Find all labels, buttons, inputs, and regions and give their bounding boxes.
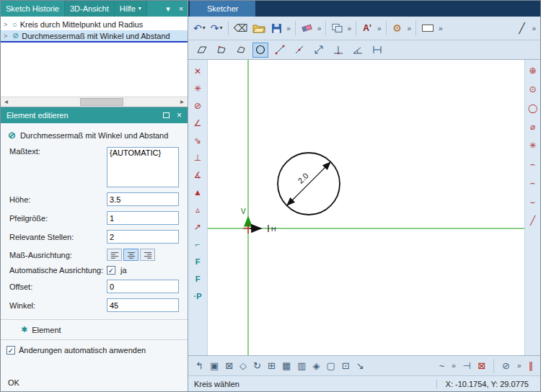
delete-button[interactable]: ⌫ — [232, 19, 250, 37]
constraint-tool[interactable]: ⊣ — [463, 360, 471, 371]
tool-stretch-button[interactable] — [311, 43, 327, 58]
copy-button[interactable] — [330, 19, 344, 37]
tool-perpendicular-button[interactable] — [330, 43, 346, 58]
history-item-circle[interactable]: > ○ Kreis durch Mittelpunkt und Radius — [1, 18, 188, 30]
arc-tool-8[interactable]: ⌣ — [526, 195, 540, 208]
tool-line-button[interactable] — [272, 43, 288, 58]
open-button[interactable] — [251, 19, 267, 37]
history-item-diameter-dim[interactable]: > ⊘ Durchmessermaß mit Winkel und Abstan… — [1, 30, 188, 43]
snap-tool-5[interactable]: ⇘ — [190, 133, 205, 148]
transform-tool-6[interactable]: ⊞ — [268, 360, 276, 371]
arc-tool-6[interactable]: ⌢ — [526, 158, 540, 171]
transform-tool-5[interactable]: ↻ — [253, 360, 261, 371]
tool-dimension-button[interactable] — [369, 43, 385, 58]
undo-button[interactable]: ↶ ▾ — [192, 19, 207, 37]
tab-sketch-historie[interactable]: Sketch Historie — [1, 1, 65, 17]
transform-tool-7[interactable]: ▦ — [282, 360, 291, 371]
snap-tool-4[interactable]: ∠ — [190, 115, 205, 130]
overflow-chevron[interactable]: » — [346, 24, 352, 32]
expander-icon[interactable]: > — [4, 21, 9, 28]
element-button[interactable]: ✱ Element — [1, 319, 188, 340]
tool-quad-button[interactable] — [214, 43, 229, 58]
overflow-chevron[interactable]: » — [377, 24, 382, 32]
arc-tool-5[interactable]: ✳ — [526, 139, 540, 152]
close-icon[interactable]: × — [177, 110, 182, 120]
tool-parallelogram-button[interactable] — [194, 43, 210, 58]
offset-input[interactable] — [107, 280, 179, 293]
eraser-button[interactable] — [299, 19, 315, 37]
align-left-button[interactable] — [107, 249, 122, 261]
expander-icon[interactable]: > — [4, 32, 9, 40]
snap-tool-2[interactable]: ✳ — [190, 81, 205, 96]
horizontal-scrollbar[interactable]: ◄ ► — [1, 97, 188, 107]
scroll-right-icon[interactable]: ► — [177, 97, 188, 107]
snap-tool-13[interactable]: F — [190, 271, 205, 286]
masstext-input[interactable]: {AUTOMATIC} — [107, 147, 179, 187]
transform-tool-10[interactable]: ▢ — [327, 360, 335, 371]
scroll-left-icon[interactable]: ◄ — [1, 97, 12, 107]
sketch-canvas[interactable]: V H 2.0 — [208, 60, 524, 355]
save-button[interactable] — [269, 19, 283, 37]
tab-sketcher[interactable]: Sketcher — [190, 1, 255, 17]
spline-tool[interactable]: ~ — [439, 360, 445, 371]
snap-tool-10[interactable]: ↗ — [190, 219, 205, 234]
transform-tool-3[interactable]: ⊠ — [225, 360, 233, 371]
snap-tool-1[interactable]: ✕ — [190, 63, 205, 79]
close-icon[interactable]: × — [175, 1, 188, 17]
arc-tool-1[interactable]: ⊕ — [526, 64, 540, 77]
line-style-button[interactable]: ╱ — [514, 19, 529, 37]
text-style-button[interactable]: A' — [360, 19, 374, 37]
overflow-chevron[interactable]: » — [516, 362, 522, 370]
delete-constraint-tool[interactable]: ⊠ — [478, 360, 485, 371]
tab-3d-ansicht[interactable]: 3D-Ansicht — [65, 1, 115, 17]
snap-tool-8[interactable]: ▲ — [190, 184, 205, 200]
overflow-chevron[interactable]: » — [438, 24, 444, 32]
auto-apply-checkbox[interactable]: ✓ — [6, 346, 15, 355]
snap-tool-7[interactable]: ∡ — [190, 167, 205, 182]
transform-tool-8[interactable]: ▥ — [297, 360, 306, 371]
scrollbar-thumb[interactable] — [80, 98, 123, 106]
snap-tool-11[interactable]: ⌐ — [190, 236, 205, 251]
transform-tool-9[interactable]: ◈ — [313, 360, 320, 371]
arc-tool-4[interactable]: ⌀ — [526, 120, 540, 133]
snap-tool-6[interactable]: ⊥ — [190, 150, 205, 165]
rectangle-select-button[interactable] — [420, 19, 436, 37]
diameter-dimension-line[interactable] — [287, 162, 330, 205]
overflow-chevron[interactable]: » — [317, 24, 322, 32]
snap-tool-12[interactable]: F — [190, 254, 205, 269]
arc-tool-7[interactable]: ⌢ — [526, 177, 540, 190]
scrollbar-track[interactable] — [12, 97, 177, 107]
tool-angle-button[interactable] — [350, 43, 366, 58]
snap-tool-9[interactable]: ▵ — [190, 202, 205, 217]
arc-tool-3[interactable]: ◯ — [526, 102, 540, 115]
transform-tool-12[interactable]: ↘ — [356, 360, 364, 371]
overflow-chevron[interactable]: » — [286, 24, 291, 32]
arc-tool-9[interactable]: ╱ — [526, 214, 540, 227]
relevante-stellen-input[interactable] — [107, 230, 179, 244]
winkel-input[interactable] — [107, 298, 179, 312]
transform-tool-2[interactable]: ▣ — [210, 360, 219, 371]
arc-tool-2[interactable]: ⊙ — [526, 83, 540, 96]
parallel-tool[interactable]: ∥ — [529, 360, 534, 371]
tab-hilfe[interactable]: Hilfe ▾ — [115, 1, 147, 17]
tool-point-button[interactable] — [291, 43, 307, 58]
overflow-chevron[interactable]: » — [407, 24, 413, 32]
tool-circle-button[interactable] — [252, 43, 268, 58]
pfeilgroesse-input[interactable] — [107, 211, 179, 225]
transform-tool-11[interactable]: ⊡ — [342, 360, 350, 371]
ellipse-tool[interactable]: ⊘ — [502, 360, 510, 371]
transform-tool-1[interactable]: ↰ — [195, 360, 203, 371]
transform-tool-4[interactable]: ◇ — [239, 360, 247, 371]
redo-button[interactable]: ↷ ▾ — [209, 19, 224, 37]
hoehe-input[interactable] — [107, 192, 179, 206]
tool-polygon-button[interactable] — [233, 43, 249, 58]
overflow-chevron[interactable]: » — [531, 24, 537, 32]
panel-menu-chevron-icon[interactable]: ▾ — [162, 1, 175, 17]
snap-tool-3[interactable]: ⊘ — [190, 98, 205, 113]
dimension-text[interactable]: 2.0 — [296, 172, 310, 185]
auto-align-checkbox[interactable]: ✓ — [107, 266, 115, 275]
align-right-button[interactable] — [140, 249, 155, 261]
align-center-button[interactable] — [123, 249, 138, 261]
overflow-chevron[interactable]: » — [451, 362, 457, 370]
snap-tool-14[interactable]: ·P — [190, 288, 205, 303]
